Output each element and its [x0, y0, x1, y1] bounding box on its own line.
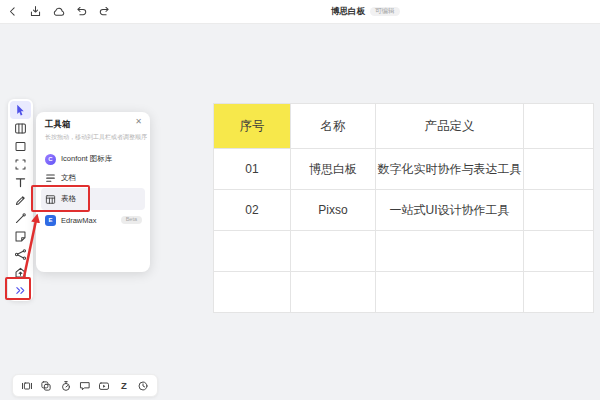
close-icon[interactable]: ✕ — [135, 117, 142, 126]
iconfont-logo-icon: C — [45, 154, 56, 165]
toolbox-title: 工具箱 — [45, 119, 71, 131]
table-row — [214, 272, 594, 313]
undo-icon[interactable] — [74, 5, 88, 19]
line-icon — [14, 212, 27, 225]
double-chevron-icon — [14, 284, 27, 297]
rectangle-icon — [14, 140, 27, 153]
table-row — [214, 231, 594, 272]
document-title: 博思白板 — [331, 6, 365, 18]
table-cell[interactable]: Pixso — [291, 190, 376, 231]
table-header-cell[interactable]: 序号 — [214, 104, 291, 149]
tool-sidebar — [8, 99, 33, 301]
document-title-group: 博思白板 可编辑 — [331, 0, 400, 23]
toolbox-item-label: Iconfont 图标库 — [61, 154, 112, 164]
select-tool[interactable] — [10, 101, 31, 119]
beta-badge: Beta — [121, 216, 142, 225]
toolbox-item-edrawmax[interactable]: E EdrawMax Beta — [41, 211, 145, 229]
table-cell[interactable]: 02 — [214, 190, 291, 231]
mindmap-tool[interactable] — [10, 245, 31, 263]
table-cell[interactable]: 一站式UI设计协作工具 — [376, 190, 524, 231]
screen-record-icon — [98, 380, 110, 392]
text-tool[interactable] — [10, 173, 31, 191]
table-row: 01 博思白板 数字化实时协作与表达工具 — [214, 149, 594, 190]
table-cell[interactable]: 数字化实时协作与表达工具 — [376, 149, 524, 190]
toolbox-item-document[interactable]: 文档 — [41, 169, 145, 187]
toolbox-item-iconfont[interactable]: C Iconfont 图标库 — [41, 150, 145, 168]
table-cell[interactable]: 01 — [214, 149, 291, 190]
document-icon — [45, 173, 56, 184]
redo-icon[interactable] — [97, 5, 111, 19]
table-header-cell[interactable]: 名称 — [291, 104, 376, 149]
timer-icon — [60, 380, 72, 392]
table-cell[interactable] — [524, 231, 594, 272]
upload-icon — [14, 266, 27, 279]
toolbox-item-label: 文档 — [61, 173, 76, 183]
z-label: Z — [121, 380, 127, 391]
edrawmax-logo-icon: E — [45, 215, 56, 226]
cursor-icon — [14, 104, 27, 117]
history-icon — [137, 380, 149, 392]
table-cell[interactable] — [376, 272, 524, 313]
table-cell[interactable] — [214, 272, 291, 313]
toolbox-subtitle: 长按拖动，移动到工具栏或者调整顺序 — [45, 133, 145, 142]
frames-icon — [21, 380, 33, 392]
upload-tool[interactable] — [10, 263, 31, 281]
table-header-cell[interactable]: 产品定义 — [376, 104, 524, 149]
board-tool[interactable] — [10, 119, 31, 137]
shape-tool[interactable] — [10, 137, 31, 155]
toolbox-popup: 工具箱 ✕ 长按拖动，移动到工具栏或者调整顺序 C Iconfont 图标库 文… — [36, 112, 150, 272]
frames-button[interactable] — [20, 379, 33, 392]
timer-button[interactable] — [59, 379, 72, 392]
permission-badge: 可编辑 — [370, 7, 400, 17]
whiteboard-table: 序号 名称 产品定义 01 博思白板 数字化实时协作与表达工具 02 Pixso… — [213, 103, 594, 313]
shapes-icon — [40, 380, 52, 392]
table-cell[interactable] — [291, 272, 376, 313]
sticky-note-icon — [14, 230, 27, 243]
more-tools-button[interactable] — [10, 281, 31, 299]
pencil-icon — [14, 194, 27, 207]
save-icon[interactable] — [28, 5, 42, 19]
history-button[interactable] — [137, 379, 150, 392]
toolbox-item-table[interactable]: 表格 — [41, 188, 145, 210]
table-header-cell[interactable] — [524, 104, 594, 149]
z-order-button[interactable]: Z — [117, 379, 130, 392]
bottom-toolbar: Z — [12, 374, 158, 397]
table-row: 02 Pixso 一站式UI设计协作工具 — [214, 190, 594, 231]
toolbox-item-label: EdrawMax — [61, 216, 96, 225]
comment-button[interactable] — [78, 379, 91, 392]
table-cell[interactable] — [524, 190, 594, 231]
mindmap-icon — [14, 248, 27, 261]
table-cell[interactable] — [524, 149, 594, 190]
text-icon — [14, 176, 27, 189]
pen-tool[interactable] — [10, 191, 31, 209]
topbar-icon-group — [5, 0, 111, 23]
top-bar: 博思白板 可编辑 — [0, 0, 600, 24]
line-tool[interactable] — [10, 209, 31, 227]
table-cell[interactable]: 博思白板 — [291, 149, 376, 190]
frame-icon — [14, 158, 27, 171]
table-cell[interactable] — [524, 272, 594, 313]
screen-record-button[interactable] — [98, 379, 111, 392]
table-cell[interactable] — [214, 231, 291, 272]
board-icon — [14, 122, 27, 135]
sticky-note-tool[interactable] — [10, 227, 31, 245]
back-icon[interactable] — [5, 5, 19, 19]
table-cell[interactable] — [291, 231, 376, 272]
table-header-row: 序号 名称 产品定义 — [214, 104, 594, 149]
toolbox-item-label: 表格 — [61, 194, 76, 204]
table-cell[interactable] — [376, 231, 524, 272]
table-icon — [45, 194, 56, 205]
cloud-sync-icon[interactable] — [51, 5, 65, 19]
shapes-button[interactable] — [40, 379, 53, 392]
comment-icon — [79, 380, 91, 392]
frame-tool[interactable] — [10, 155, 31, 173]
